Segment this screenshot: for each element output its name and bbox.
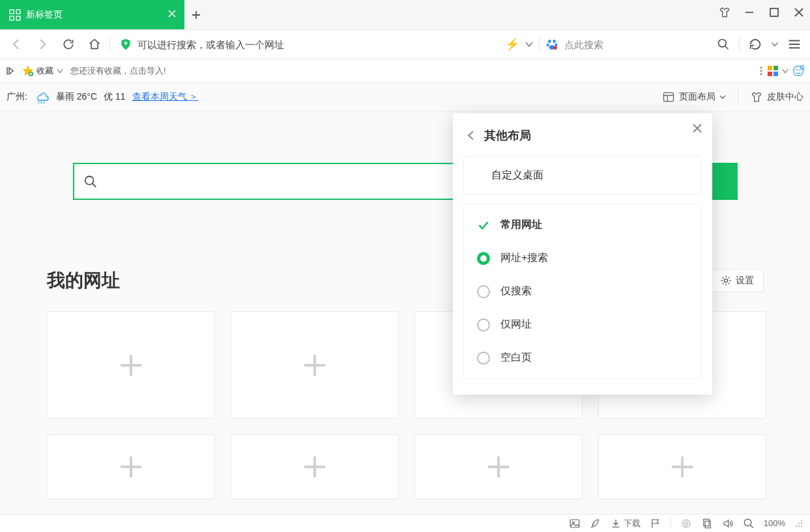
site-card-add[interactable]	[414, 434, 583, 499]
bolt-icon[interactable]: ⚡	[505, 37, 519, 51]
popup-option-search-only[interactable]: 仅搜索	[464, 275, 701, 308]
popup-custom-desktop[interactable]: 自定义桌面	[463, 156, 702, 195]
svg-point-7	[547, 44, 549, 47]
site-card-add[interactable]	[231, 311, 399, 419]
url-input[interactable]	[137, 39, 398, 50]
resize-grip-icon[interactable]	[794, 519, 803, 528]
svg-point-13	[760, 70, 762, 72]
zoom-value: 100%	[764, 518, 785, 528]
popup-close-icon[interactable]	[691, 122, 703, 134]
apps-icon[interactable]	[767, 65, 779, 77]
ie-icon[interactable]	[680, 518, 692, 529]
site-card-add[interactable]	[47, 311, 215, 419]
svg-rect-26	[570, 520, 579, 527]
browser-tab[interactable]: 新标签页	[0, 0, 184, 29]
tab-title: 新标签页	[26, 9, 63, 21]
layout-label: 页面布局	[679, 91, 716, 103]
popup-option-blank[interactable]: 空白页	[464, 341, 701, 374]
copy-icon[interactable]	[701, 518, 713, 529]
layout-popup: 其他布局 自定义桌面 常用网址 网址+搜索 仅搜索 仅网址	[453, 113, 712, 395]
weather-bar: 广州: 暴雨 26°C 优 11 查看本周天气 ＞ 页面布局 皮肤中心	[0, 83, 810, 112]
svg-point-14	[760, 73, 762, 75]
sidebar-toggle-icon[interactable]	[5, 66, 16, 76]
weather-cond: 暴雨 26°C	[56, 91, 97, 103]
sound-icon[interactable]	[722, 518, 734, 529]
tab-close-icon[interactable]	[167, 9, 177, 18]
home-icon[interactable]	[83, 33, 106, 55]
weather-link[interactable]: 查看本周天气 ＞	[132, 91, 199, 103]
weather-city: 广州:	[7, 91, 27, 103]
baidu-icon[interactable]	[545, 37, 559, 51]
popup-option-frequently-used[interactable]: 常用网址	[464, 208, 701, 242]
svg-point-32	[801, 520, 802, 521]
layout-button[interactable]: 页面布局	[662, 91, 726, 104]
svg-point-31	[744, 519, 751, 526]
top-search-input[interactable]	[564, 39, 708, 50]
nav-back-icon[interactable]	[5, 33, 27, 55]
sites-settings-button[interactable]: 设置	[710, 269, 764, 292]
menu-icon[interactable]	[784, 34, 805, 55]
popup-custom-label: 自定义桌面	[491, 169, 543, 180]
svg-point-20	[796, 69, 797, 70]
svg-rect-18	[774, 72, 778, 76]
reload-icon[interactable]	[57, 33, 80, 55]
rocket-icon[interactable]	[590, 518, 601, 529]
svg-rect-23	[664, 92, 674, 101]
chevron-down-icon[interactable]	[781, 67, 789, 75]
popup-option-label: 仅搜索	[500, 285, 532, 298]
new-tab-button[interactable]	[184, 0, 208, 29]
site-card-add[interactable]	[231, 434, 399, 499]
flag-icon[interactable]	[650, 518, 661, 529]
svg-point-33	[798, 522, 800, 524]
radio-icon	[477, 352, 490, 365]
download-button[interactable]: 下载	[611, 518, 641, 529]
chevron-down-icon[interactable]	[525, 40, 534, 49]
svg-rect-16	[774, 66, 778, 70]
popup-title: 其他布局	[484, 128, 531, 143]
svg-point-25	[724, 279, 727, 282]
svg-point-24	[85, 176, 93, 184]
popup-back-icon[interactable]	[466, 130, 476, 141]
plus-icon	[115, 350, 147, 381]
svg-rect-29	[704, 519, 709, 526]
skin-label: 皮肤中心	[767, 91, 803, 103]
undo-icon[interactable]	[745, 34, 766, 55]
svg-point-12	[760, 66, 762, 68]
image-icon[interactable]	[569, 518, 581, 529]
chevron-down-icon[interactable]	[771, 40, 779, 48]
zoom-icon[interactable]	[743, 518, 755, 529]
radio-icon	[477, 285, 490, 298]
popup-option-label: 仅网址	[500, 318, 532, 331]
divider	[539, 37, 540, 51]
favorites-label: 收藏	[36, 65, 53, 77]
weather-aqi: 优 11	[104, 91, 125, 103]
extensions-menu-icon[interactable]	[758, 66, 764, 76]
search-icon[interactable]	[713, 34, 734, 55]
address-field[interactable]	[114, 35, 427, 54]
minimize-icon[interactable]	[742, 5, 757, 20]
popup-option-label: 常用网址	[500, 218, 542, 232]
svg-point-35	[796, 525, 797, 526]
svg-point-8	[555, 44, 558, 47]
site-card-add[interactable]	[598, 434, 766, 499]
shirt-icon[interactable]	[717, 5, 732, 20]
svg-rect-30	[705, 521, 710, 528]
shirt-icon	[750, 91, 763, 104]
maximize-icon[interactable]	[767, 5, 781, 20]
popup-option-sites-search[interactable]: 网址+搜索	[464, 242, 701, 275]
svg-point-5	[548, 40, 551, 43]
bookmarks-empty-text[interactable]: 您还没有收藏，点击导入!	[70, 65, 166, 77]
favorites-button[interactable]: 收藏	[22, 65, 64, 77]
site-card-add[interactable]	[47, 434, 215, 499]
close-icon[interactable]	[792, 5, 806, 20]
star-icon	[22, 65, 34, 77]
svg-point-34	[801, 522, 802, 524]
nav-forward-icon[interactable]	[31, 33, 53, 55]
skin-button[interactable]: 皮肤中心	[750, 91, 803, 104]
assistant-icon[interactable]	[792, 64, 805, 77]
svg-point-37	[801, 525, 802, 526]
popup-option-label: 空白页	[500, 351, 532, 365]
gear-icon	[720, 275, 732, 287]
popup-option-sites-only[interactable]: 仅网址	[464, 308, 701, 341]
popup-option-label: 网址+搜索	[500, 251, 548, 265]
